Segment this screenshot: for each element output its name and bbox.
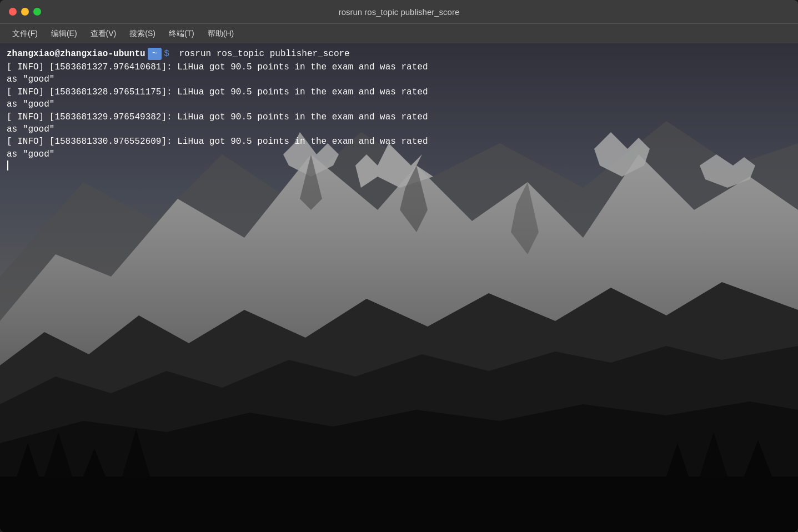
menu-search[interactable]: 搜索(S): [124, 27, 161, 41]
output-line-3: [ INFO] [1583681329.976549382]: LiHua go…: [7, 111, 791, 136]
command-text: rosrun ros_topic publisher_score: [179, 49, 349, 59]
output-line-4: [ INFO] [1583681330.976552609]: LiHua go…: [7, 135, 791, 160]
prompt-tilde: ~: [148, 48, 162, 60]
window-controls: [9, 8, 41, 16]
prompt-command: $ rosrun ros_topic publisher_score: [164, 49, 349, 59]
terminal-cursor: [7, 160, 8, 170]
close-button[interactable]: [9, 8, 17, 16]
window-title: rosrun ros_topic publisher_score: [339, 7, 460, 17]
terminal-content[interactable]: zhangxiao@zhangxiao-ubuntu ~ $ rosrun ro…: [0, 43, 798, 532]
minimize-button[interactable]: [21, 8, 29, 16]
menu-view[interactable]: 查看(V): [85, 27, 122, 41]
terminal-text-area[interactable]: zhangxiao@zhangxiao-ubuntu ~ $ rosrun ro…: [0, 43, 798, 175]
maximize-button[interactable]: [33, 8, 41, 16]
menu-terminal[interactable]: 终端(T): [163, 27, 200, 41]
prompt-line: zhangxiao@zhangxiao-ubuntu ~ $ rosrun ro…: [7, 48, 791, 60]
prompt-arrow: $: [164, 49, 169, 59]
menu-help[interactable]: 帮助(H): [202, 27, 239, 41]
terminal-window: rosrun ros_topic publisher_score 文件(F) 编…: [0, 0, 798, 532]
title-bar: rosrun ros_topic publisher_score: [0, 0, 798, 23]
output-line-1: [ INFO] [1583681327.976410681]: LiHua go…: [7, 61, 791, 86]
output-line-2: [ INFO] [1583681328.976511175]: LiHua go…: [7, 86, 791, 111]
menu-edit[interactable]: 编辑(E): [46, 27, 83, 41]
prompt-username: zhangxiao@zhangxiao-ubuntu: [7, 49, 145, 59]
menu-bar: 文件(F) 编辑(E) 查看(V) 搜索(S) 终端(T) 帮助(H): [0, 23, 798, 43]
menu-file[interactable]: 文件(F): [7, 27, 43, 41]
cursor-line: [7, 160, 791, 170]
